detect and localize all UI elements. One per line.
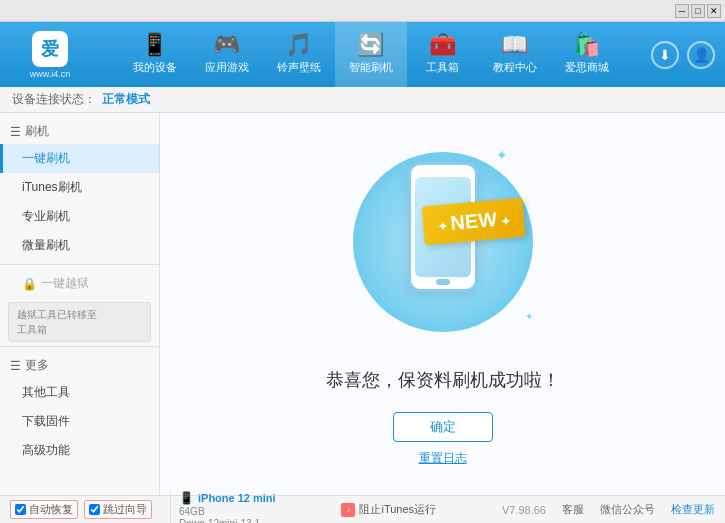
sidebar-section-flash: ☰ 刷机 一键刷机 iTunes刷机 专业刷机 微量刷机 [0, 117, 159, 260]
nav-item-tutorial[interactable]: 📖 教程中心 [479, 22, 551, 87]
jailbreak-subtext: 越狱工具已转移至工具箱 [8, 302, 151, 342]
sidebar-item-download-firmware[interactable]: 下载固件 [0, 407, 159, 436]
close-button[interactable]: ✕ [707, 4, 721, 18]
nav-item-smart-flash[interactable]: 🔄 智能刷机 [335, 22, 407, 87]
success-message: 恭喜您，保资料刷机成功啦！ [326, 368, 560, 392]
main-layout: ☰ 刷机 一键刷机 iTunes刷机 专业刷机 微量刷机 🔒 一键越狱 越狱工具… [0, 113, 725, 495]
sidebar-section-jailbreak: 🔒 一键越狱 越狱工具已转移至工具箱 [0, 269, 159, 342]
bottom-center: ♪ 阻止iTunes运行 [276, 502, 502, 517]
ringtones-icon: 🎵 [285, 34, 312, 56]
sidebar-section-flash-header: ☰ 刷机 [0, 117, 159, 144]
bottom-right: V7.98.66 客服 微信公众号 检查更新 [502, 502, 715, 517]
bottom-device: 📱 iPhone 12 mini 64GB Down-12mini-13,1 [170, 491, 276, 524]
sidebar-item-pro-flash[interactable]: 专业刷机 [0, 202, 159, 231]
sidebar-divider-1 [0, 264, 159, 265]
nav-item-store[interactable]: 🛍️ 爱思商城 [551, 22, 623, 87]
store-icon: 🛍️ [573, 34, 600, 56]
minimize-button[interactable]: ─ [675, 4, 689, 18]
auto-connect-checkbox[interactable] [15, 504, 26, 515]
download-button[interactable]: ⬇ [651, 41, 679, 69]
device-model: Down-12mini-13,1 [179, 518, 276, 524]
nav-item-my-device[interactable]: 📱 我的设备 [119, 22, 191, 87]
itunes-status-text: 阻止iTunes运行 [359, 502, 436, 517]
user-button[interactable]: 👤 [687, 41, 715, 69]
nav-item-my-device-label: 我的设备 [133, 60, 177, 75]
sidebar-item-itunes-flash[interactable]: iTunes刷机 [0, 173, 159, 202]
sidebar-section-jailbreak-header: 🔒 一键越狱 [0, 269, 159, 298]
nav-items: 📱 我的设备 🎮 应用游戏 🎵 铃声壁纸 🔄 智能刷机 🧰 工具箱 📖 教程中心… [90, 22, 651, 87]
sidebar-item-other-tools[interactable]: 其他工具 [0, 378, 159, 407]
restart-link[interactable]: 重置日志 [419, 450, 467, 467]
maximize-button[interactable]: □ [691, 4, 705, 18]
nav-item-ringtones-label: 铃声壁纸 [277, 60, 321, 75]
check-update-link[interactable]: 检查更新 [671, 502, 715, 517]
nav-item-toolbox-label: 工具箱 [426, 60, 459, 75]
nav-item-toolbox[interactable]: 🧰 工具箱 [407, 22, 479, 87]
flash-section-icon: ☰ [10, 125, 21, 139]
sparkle-bottom-right: ✦ [525, 311, 533, 322]
logo-icon: 爱 [32, 31, 68, 67]
status-label: 设备连接状态： [12, 91, 96, 108]
nav-item-smart-flash-label: 智能刷机 [349, 60, 393, 75]
sidebar-item-advanced[interactable]: 高级功能 [0, 436, 159, 465]
logo: 爱 www.i4.cn [10, 31, 90, 79]
bottom-bar: 自动恢复 跳过向导 📱 iPhone 12 mini 64GB Down-12m… [0, 495, 725, 523]
apps-games-icon: 🎮 [213, 34, 240, 56]
smart-flash-icon: 🔄 [357, 34, 384, 56]
version-text: V7.98.66 [502, 504, 546, 516]
status-value: 正常模式 [102, 91, 150, 108]
device-name: iPhone 12 mini [198, 492, 276, 504]
header: 爱 www.i4.cn 📱 我的设备 🎮 应用游戏 🎵 铃声壁纸 🔄 智能刷机 … [0, 22, 725, 87]
logo-sitename: www.i4.cn [30, 69, 71, 79]
new-badge: NEW [421, 197, 525, 245]
skip-wizard-checkbox-label[interactable]: 跳过向导 [84, 500, 152, 519]
sidebar: ☰ 刷机 一键刷机 iTunes刷机 专业刷机 微量刷机 🔒 一键越狱 越狱工具… [0, 113, 160, 495]
device-phone-icon: 📱 [179, 491, 194, 505]
sidebar-item-restore-flash[interactable]: 微量刷机 [0, 231, 159, 260]
my-device-icon: 📱 [141, 34, 168, 56]
nav-item-ringtones[interactable]: 🎵 铃声壁纸 [263, 22, 335, 87]
title-bar: ─ □ ✕ [0, 0, 725, 22]
itunes-status[interactable]: ♪ 阻止iTunes运行 [341, 502, 436, 517]
phone-home-button [436, 279, 450, 285]
auto-connect-label: 自动恢复 [29, 502, 73, 517]
skip-wizard-label: 跳过向导 [103, 502, 147, 517]
wechat-link[interactable]: 微信公众号 [600, 502, 655, 517]
auto-connect-checkbox-label[interactable]: 自动恢复 [10, 500, 78, 519]
nav-item-tutorial-label: 教程中心 [493, 60, 537, 75]
sparkle-top-right: ✦ [496, 147, 508, 163]
header-actions: ⬇ 👤 [651, 41, 715, 69]
status-bar: 设备连接状态： 正常模式 [0, 87, 725, 113]
confirm-button[interactable]: 确定 [393, 412, 493, 442]
itunes-icon: ♪ [341, 503, 355, 517]
sidebar-item-one-key-flash[interactable]: 一键刷机 [0, 144, 159, 173]
lock-icon: 🔒 [22, 277, 37, 291]
more-section-icon: ☰ [10, 359, 21, 373]
sidebar-divider-2 [0, 346, 159, 347]
nav-item-store-label: 爱思商城 [565, 60, 609, 75]
device-storage: 64GB [179, 506, 276, 517]
sidebar-section-more: ☰ 更多 其他工具 下载固件 高级功能 [0, 351, 159, 465]
customer-service-link[interactable]: 客服 [562, 502, 584, 517]
skip-wizard-checkbox[interactable] [89, 504, 100, 515]
nav-item-apps-games-label: 应用游戏 [205, 60, 249, 75]
tutorial-icon: 📖 [501, 34, 528, 56]
window-controls[interactable]: ─ □ ✕ [675, 4, 721, 18]
nav-item-apps-games[interactable]: 🎮 应用游戏 [191, 22, 263, 87]
success-illustration: ✦ ✦ ✦ NEW [343, 142, 543, 352]
toolbox-icon: 🧰 [429, 34, 456, 56]
sidebar-section-more-header: ☰ 更多 [0, 351, 159, 378]
content-area: ✦ ✦ ✦ NEW 恭喜您，保资料刷机成功啦！ 确定 重置日志 [160, 113, 725, 495]
bottom-left: 自动恢复 跳过向导 [10, 500, 170, 519]
